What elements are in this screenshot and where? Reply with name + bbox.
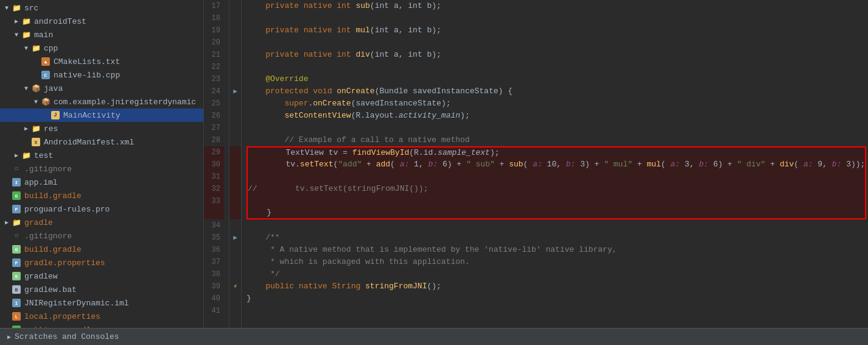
tree-item-JNIRegisterDynamic.iml[interactable]: IJNIRegisterDynamic.iml <box>0 296 203 310</box>
code-segment <box>247 73 265 85</box>
file-tree[interactable]: ▼📁src▶📁androidTest▼📁main▼📁cpp ▲CMakeList… <box>0 0 204 328</box>
code-segment: private native int <box>265 24 355 37</box>
code-segment: (savedInstanceState); <box>351 98 451 110</box>
file-type-icon-gradlew.bat: B <box>11 285 22 294</box>
code-line-10 <box>247 122 866 134</box>
tree-item-gradlew[interactable]: Ggradlew <box>0 269 203 283</box>
code-segment: } <box>248 207 271 219</box>
tree-item-.gitignore2[interactable]: ○.gitignore <box>0 229 203 243</box>
tree-item-gradlew.bat[interactable]: Bgradlew.bat <box>0 283 203 296</box>
tree-item-main[interactable]: ▼📁main <box>0 28 203 41</box>
gutter-7[interactable]: ▶ <box>229 85 241 98</box>
line-num-23: 39 <box>204 280 224 293</box>
code-segment: setContentView <box>284 110 351 122</box>
tree-item-local.properties[interactable]: Llocal.properties <box>0 310 203 323</box>
tree-item-java[interactable]: ▼📦java <box>0 82 203 95</box>
code-segment: ); <box>490 147 500 159</box>
line-num-1: 18 <box>204 12 224 24</box>
package-icon: 📦 <box>32 84 41 93</box>
tree-item-gradle.properties[interactable]: Pgradle.properties <box>0 256 203 269</box>
gutter-3 <box>229 37 241 49</box>
code-segment: (int <box>370 49 394 61</box>
tree-label-test: test <box>34 151 53 160</box>
tree-item-AndroidManifest.xml[interactable]: XAndroidManifest.xml <box>0 135 203 149</box>
expand-arrow[interactable]: ▼ <box>22 85 30 92</box>
code-segment: 9, <box>813 158 832 171</box>
expand-arrow[interactable]: ▼ <box>32 99 40 105</box>
tree-item-androidTest[interactable]: ▶📁androidTest <box>0 15 203 28</box>
code-segment <box>247 134 284 146</box>
gutter-18 <box>229 219 241 232</box>
code-line-14 <box>247 171 866 183</box>
code-segment: (Bundle <box>375 85 413 98</box>
code-segment: "add" <box>338 158 362 171</box>
gutter-23[interactable]: ⚡ <box>229 280 241 293</box>
file-type-icon-build.gradle.root: G <box>11 244 22 254</box>
tree-item-MainActivity[interactable]: JMainActivity <box>0 108 203 122</box>
expand-arrow[interactable]: ▼ <box>2 5 11 12</box>
code-segment: super <box>284 98 308 110</box>
code-line-2: private native int mul(int a, int b); <box>247 24 866 37</box>
expand-arrow[interactable]: ▶ <box>22 125 30 132</box>
expand-arrow[interactable]: ▶ <box>2 219 11 226</box>
folder-icon-com.example: 📦 <box>40 97 51 107</box>
code-segment: b <box>427 0 432 12</box>
expand-arrow[interactable]: ▼ <box>12 32 21 38</box>
tree-item-com.example[interactable]: ▼📦com.example.jniregisterdynamic <box>0 95 203 108</box>
tree-label-main: main <box>34 30 53 40</box>
tree-item-build.gradle.app[interactable]: Gbuild.gradle <box>0 189 203 202</box>
line-num-20: 36 <box>204 244 224 256</box>
tree-item-.gitignore[interactable]: ○.gitignore <box>0 162 203 176</box>
code-editor[interactable]: 1718192021222324252627282930313233343536… <box>204 0 868 328</box>
tree-item-cpp[interactable]: ▼📁cpp <box>0 41 203 55</box>
gutter-11 <box>229 134 241 146</box>
file-type-icon-.gitignore2: ○ <box>11 231 22 241</box>
expand-arrow-icon: ▶ <box>7 333 11 341</box>
tree-item-CMakeLists.txt[interactable]: ▲CMakeLists.txt <box>0 55 203 68</box>
code-segment <box>247 256 270 268</box>
file-label-gradle.properties: gradle.properties <box>24 258 105 268</box>
tree-item-src[interactable]: ▼📁src <box>0 1 203 15</box>
code-segment <box>247 24 265 37</box>
tree-item-native-lib.cpp[interactable]: Cnative-lib.cpp <box>0 68 203 82</box>
line-num-15: 32 <box>204 183 224 195</box>
tree-item-proguard-rules.pro[interactable]: Pproguard-rules.pro <box>0 202 203 216</box>
gradle-icon: G <box>12 191 21 200</box>
tree-item-build.gradle.root[interactable]: Gbuild.gradle <box>0 243 203 256</box>
code-segment: + <box>495 158 509 171</box>
expand-arrow[interactable]: ▶ <box>12 18 21 25</box>
file-type-icon-native-lib.cpp: C <box>40 70 51 80</box>
tree-item-res[interactable]: ▶📁res <box>0 122 203 135</box>
tree-item-gradle[interactable]: ▶📁gradle <box>0 216 203 229</box>
folder-icon: 📁 <box>12 4 21 13</box>
code-segment: ( <box>794 158 803 171</box>
tree-item-settings.gradle[interactable]: Gsettings.gradle <box>0 323 203 328</box>
code-segment: * which is packaged with this applicatio… <box>270 256 470 268</box>
code-segment: ); <box>432 0 441 12</box>
code-segment: " sub" <box>466 158 495 171</box>
file-type-icon-gradle.properties: P <box>11 258 22 268</box>
code-segment: @Override <box>265 73 308 85</box>
gutter-14 <box>229 171 241 183</box>
tree-label-androidTest: androidTest <box>34 17 86 26</box>
code-line-7: protected void onCreate(Bundle savedInst… <box>247 85 866 98</box>
proguard-icon: P <box>12 205 21 213</box>
code-segment: findViewById <box>352 147 410 159</box>
line-numbers: 1718192021222324252627282930313233343536… <box>204 0 229 328</box>
code-segment: 3)); <box>841 158 865 171</box>
gutter-19[interactable]: ▶ <box>229 232 241 244</box>
code-segment: a <box>394 0 399 12</box>
scratches-and-consoles[interactable]: ▶ Scratches and Consoles <box>0 328 868 345</box>
tree-item-test[interactable]: ▶📁test <box>0 149 203 162</box>
gutter-1 <box>229 12 241 24</box>
file-type-icon-MainActivity: J <box>50 110 61 120</box>
code-segment: 3) + <box>575 158 604 171</box>
code-line-1 <box>247 12 866 24</box>
code-segment: 3, <box>680 158 699 171</box>
expand-arrow[interactable]: ▶ <box>12 152 21 159</box>
tree-item-app.iml[interactable]: Iapp.iml <box>0 176 203 189</box>
code-line-6: @Override <box>247 73 866 85</box>
code-line-17: } <box>247 207 866 219</box>
expand-arrow[interactable]: ▼ <box>22 45 30 52</box>
file-type-icon-app.iml: I <box>11 177 22 187</box>
